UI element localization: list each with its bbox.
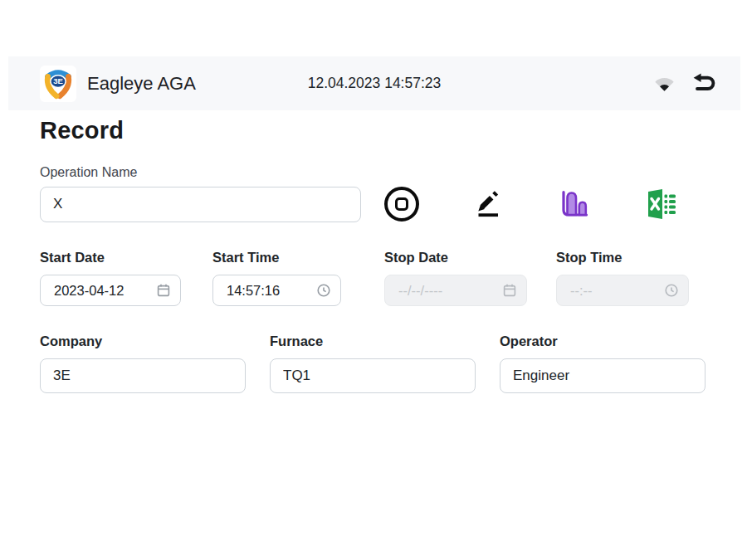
operation-name-input[interactable] xyxy=(40,187,361,222)
edit-operation-button[interactable] xyxy=(469,185,507,223)
view-chart-button[interactable] xyxy=(555,185,593,223)
pencil-edit-icon xyxy=(471,187,505,222)
stop-time-input xyxy=(569,282,664,299)
stop-date-field xyxy=(384,275,527,306)
stop-time-label: Stop Time xyxy=(556,250,689,265)
stop-date-input xyxy=(397,282,502,299)
clock-icon[interactable] xyxy=(316,283,331,298)
back-undo-icon xyxy=(691,71,717,97)
stop-record-button[interactable] xyxy=(383,185,421,223)
start-time-label: Start Time xyxy=(212,250,341,265)
operator-input[interactable] xyxy=(500,358,706,393)
logo-text: 3E xyxy=(53,76,63,85)
furnace-input[interactable] xyxy=(270,358,476,393)
start-time-field[interactable] xyxy=(212,275,341,306)
page-title: Record xyxy=(40,117,707,144)
company-input[interactable] xyxy=(40,358,246,393)
bar-chart-icon xyxy=(556,186,593,222)
app-title: Eagleye AGA xyxy=(87,73,196,95)
excel-icon xyxy=(642,187,680,222)
app-header: 3E Eagleye AGA 12.04.2023 14:57:23 xyxy=(8,56,740,110)
export-excel-button[interactable] xyxy=(642,185,680,223)
operator-label: Operator xyxy=(500,334,706,349)
stop-time-field xyxy=(556,275,689,306)
stop-circle-icon xyxy=(383,185,421,223)
header-datetime: 12.04.2023 14:57:23 xyxy=(308,75,442,92)
wifi-status-icon xyxy=(652,73,676,94)
back-undo-button[interactable] xyxy=(691,71,717,97)
record-page: Record Operation Name xyxy=(0,110,747,393)
calendar-icon[interactable] xyxy=(156,283,171,298)
eagleye-3e-logo-icon: 3E xyxy=(41,66,76,101)
furnace-label: Furnace xyxy=(270,334,476,349)
calendar-icon xyxy=(502,283,517,298)
clock-icon xyxy=(664,283,679,298)
stop-date-label: Stop Date xyxy=(384,250,527,265)
company-label: Company xyxy=(40,334,246,349)
toolbar xyxy=(383,185,680,223)
start-date-label: Start Date xyxy=(40,250,181,265)
app-logo: 3E xyxy=(40,66,76,102)
start-date-input[interactable] xyxy=(52,282,156,299)
start-time-input[interactable] xyxy=(225,282,316,299)
operation-name-label: Operation Name xyxy=(40,165,707,180)
start-date-field[interactable] xyxy=(40,275,181,306)
